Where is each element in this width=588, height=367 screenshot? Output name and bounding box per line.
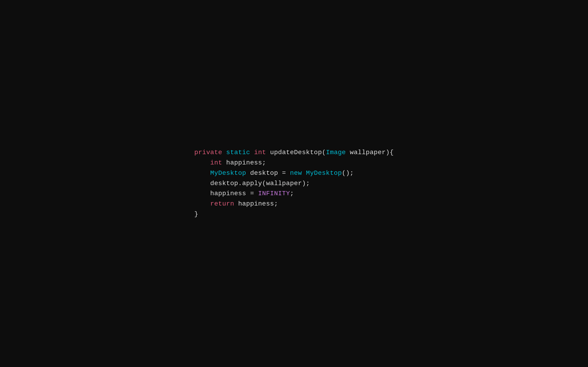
- indent-5a: [194, 190, 210, 197]
- rest-2: happiness;: [222, 159, 266, 166]
- keyword-return: return: [210, 200, 234, 207]
- rest-3a: desktop =: [246, 169, 290, 177]
- type-mydesktop-1: MyDesktop: [210, 169, 246, 177]
- code-line-6: return happiness;: [194, 199, 394, 209]
- rest-6: happiness;: [234, 200, 278, 207]
- indent-2a: [194, 159, 210, 166]
- indent-4a: [194, 180, 210, 187]
- line5-text1: happiness =: [210, 190, 258, 197]
- keyword-static: static: [226, 149, 250, 156]
- closing-brace: }: [194, 211, 198, 218]
- space-1: [222, 149, 226, 156]
- constant-infinity: INFINITY: [258, 190, 290, 197]
- keyword-int-1: int: [254, 149, 266, 156]
- indent-6a: [194, 200, 210, 207]
- line5-text2: ;: [290, 190, 294, 197]
- space-3: [266, 149, 270, 156]
- code-display: private static int updateDesktop(Image w…: [194, 148, 394, 219]
- keyword-new: new: [290, 169, 302, 177]
- method-name: updateDesktop(: [270, 149, 326, 156]
- keyword-int-2: int: [210, 159, 222, 166]
- code-line-5: happiness = INFINITY;: [194, 189, 394, 199]
- code-line-3: MyDesktop desktop = new MyDesktop();: [194, 168, 394, 178]
- rest-1: wallpaper){: [346, 149, 394, 156]
- code-line-7: }: [194, 209, 394, 219]
- line4-text: desktop.apply(wallpaper);: [210, 180, 310, 187]
- keyword-private: private: [194, 149, 222, 156]
- space-2: [250, 149, 254, 156]
- indent-3a: [194, 169, 210, 177]
- rest-3b: ();: [342, 169, 354, 177]
- code-line-2: int happiness;: [194, 158, 394, 168]
- type-image: Image: [326, 149, 346, 156]
- type-mydesktop-2: MyDesktop: [302, 169, 342, 177]
- code-line-4: desktop.apply(wallpaper);: [194, 178, 394, 189]
- code-line-1: private static int updateDesktop(Image w…: [194, 148, 394, 158]
